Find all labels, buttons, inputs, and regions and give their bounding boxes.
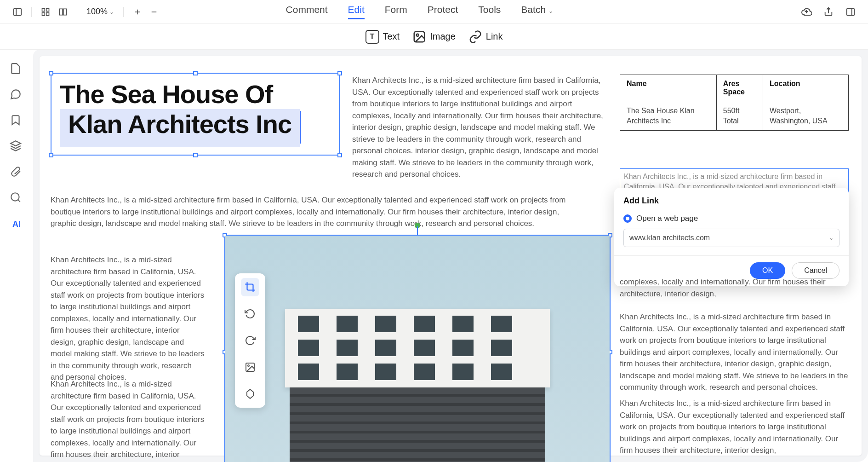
svg-rect-4	[42, 12, 45, 15]
add-link-popup: Add Link Open a web page www.klan archit…	[614, 188, 849, 286]
replace-image-icon[interactable]	[241, 358, 259, 376]
table-header-space: Ares Space	[716, 75, 763, 101]
share-icon[interactable]	[822, 6, 835, 18]
panel-toggle-icon[interactable]	[11, 6, 24, 18]
table-header-name: Name	[620, 75, 717, 101]
search-icon[interactable]	[10, 191, 23, 205]
paragraph-right-2: Khan Architects Inc., is a mid-sized arc…	[620, 311, 849, 393]
bookmark-icon[interactable]	[10, 114, 23, 128]
two-page-icon[interactable]	[57, 6, 69, 18]
tab-batch[interactable]: Batch ⌄	[521, 4, 553, 19]
table-cell-space: 550ft Total	[716, 101, 763, 131]
popup-option-label: Open a web page	[636, 214, 698, 223]
tab-tools[interactable]: Tools	[478, 4, 501, 19]
tab-form[interactable]: Form	[385, 4, 407, 19]
edit-link-button[interactable]: Link	[468, 30, 503, 44]
extract-icon[interactable]	[241, 385, 259, 403]
zoom-in-icon[interactable]	[131, 6, 144, 18]
attachments-icon[interactable]	[10, 166, 23, 179]
svg-rect-6	[60, 9, 63, 15]
image-edit-toolbar	[235, 273, 265, 408]
edit-image-button[interactable]: Image	[412, 30, 456, 44]
comments-icon[interactable]	[10, 88, 23, 102]
info-table: Name Ares Space Location The Sea House K…	[620, 75, 849, 131]
popup-title: Add Link	[614, 194, 849, 212]
rotate-left-icon[interactable]	[241, 305, 259, 323]
tab-comment[interactable]: Comment	[286, 4, 328, 19]
svg-rect-0	[14, 8, 22, 15]
right-panel-icon[interactable]	[844, 6, 857, 18]
top-toolbar: 100%⌄ Comment Edit Form Protect Tools Ba…	[0, 0, 868, 24]
main-tabs: Comment Edit Form Protect Tools Batch ⌄	[286, 4, 553, 19]
edit-text-button[interactable]: TText	[365, 30, 400, 44]
edit-sub-toolbar: TText Image Link	[0, 24, 868, 50]
document-page: The Sea House Of Klan Architects Inc Kha…	[40, 56, 862, 456]
svg-rect-5	[46, 12, 49, 15]
paragraph-top-right: Khan Architects Inc., is a mid-sized arc…	[352, 75, 610, 180]
title-text-box[interactable]: The Sea House Of Klan Architects Inc	[51, 73, 340, 156]
svg-line-18	[18, 200, 20, 202]
link-url-input[interactable]: www.klan architects.com⌄	[623, 229, 839, 247]
ai-icon[interactable]: AI	[10, 217, 23, 231]
title-line-2: Klan Architects Inc	[60, 109, 300, 147]
svg-marker-16	[11, 141, 21, 146]
page-canvas[interactable]: The Sea House Of Klan Architects Inc Kha…	[33, 50, 868, 462]
paragraph-wide: Khan Architects Inc., is a mid-sized arc…	[51, 194, 579, 230]
paragraph-left-2: Khan Architects Inc., is a mid-sized arc…	[51, 378, 207, 462]
paragraph-left-1: Khan Architects Inc., is a mid-sized arc…	[51, 254, 207, 383]
table-cell-name: The Sea House Klan Architects Inc	[620, 101, 717, 131]
svg-rect-7	[63, 9, 67, 15]
paragraph-right-3: Khan Architects Inc., is a mid-sized arc…	[620, 398, 849, 456]
zoom-level[interactable]: 100%⌄	[85, 7, 116, 17]
grid-icon[interactable]	[39, 6, 52, 18]
tab-protect[interactable]: Protect	[428, 4, 458, 19]
svg-marker-21	[247, 389, 253, 398]
crop-icon[interactable]	[241, 278, 259, 296]
selected-image[interactable]	[224, 235, 611, 462]
left-sidebar: AI	[0, 50, 33, 462]
title-line-1: The Sea House Of	[51, 74, 339, 109]
radio-open-web-page[interactable]	[623, 214, 632, 223]
tab-edit[interactable]: Edit	[348, 4, 365, 19]
cloud-upload-icon[interactable]	[800, 6, 813, 18]
architecture-image	[225, 236, 610, 462]
svg-point-15	[417, 34, 419, 36]
svg-point-20	[248, 365, 249, 366]
table-cell-location: Westport, Washington, USA	[763, 101, 848, 131]
paragraph-right-1: complexes, locally and internationally. …	[620, 276, 849, 300]
table-header-location: Location	[763, 75, 848, 101]
zoom-out-icon[interactable]	[148, 6, 160, 18]
svg-rect-3	[46, 8, 49, 11]
page-thumbnails-icon[interactable]	[10, 63, 23, 76]
svg-rect-12	[847, 8, 855, 15]
svg-point-17	[11, 193, 19, 201]
rotate-right-icon[interactable]	[241, 331, 259, 350]
svg-rect-2	[42, 8, 45, 11]
layers-icon[interactable]	[10, 140, 23, 154]
